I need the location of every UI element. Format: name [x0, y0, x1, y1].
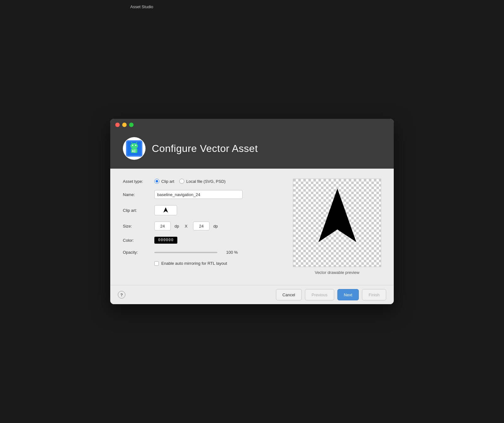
opacity-label: Opacity: [123, 250, 154, 255]
preview-label: Vector drawable preview [315, 270, 359, 275]
size-width-input[interactable] [154, 222, 171, 230]
preview-canvas [293, 179, 381, 267]
size-label: Size: [123, 224, 154, 229]
color-label: Color: [123, 238, 154, 243]
size-controls: dp X dp [154, 222, 218, 230]
navigation-icon [162, 207, 169, 214]
traffic-lights [115, 123, 389, 127]
android-studio-icon: AI [126, 140, 142, 157]
local-file-radio-circle[interactable] [179, 179, 184, 184]
finish-button[interactable]: Finish [362, 289, 386, 300]
local-file-radio-option[interactable]: Local file (SVG, PSD) [179, 179, 226, 184]
color-swatch-button[interactable]: 000000 [154, 237, 177, 244]
name-input[interactable] [154, 190, 243, 199]
size-unit-2: dp [213, 224, 218, 229]
header-icon: AI [123, 137, 146, 160]
svg-text:AI: AI [132, 149, 136, 153]
rtl-checkbox[interactable] [154, 261, 159, 266]
size-separator: X [185, 224, 187, 229]
next-button[interactable]: Next [337, 289, 359, 300]
main-content: Asset type: Clip art Local file (SVG, PS… [110, 169, 394, 285]
maximize-button[interactable] [129, 123, 134, 127]
svg-point-4 [135, 145, 136, 146]
svg-point-2 [130, 143, 138, 149]
svg-point-3 [132, 145, 133, 146]
local-file-label: Local file (SVG, PSD) [186, 179, 226, 184]
asset-type-label: Asset type: [123, 179, 154, 184]
clip-art-radio-option[interactable]: Clip art [154, 179, 174, 184]
rtl-checkbox-label: Enable auto mirroring for RTL layout [161, 261, 227, 266]
preview-section: Vector drawable preview [293, 179, 381, 275]
footer-right: Cancel Previous Next Finish [276, 289, 386, 300]
close-button[interactable] [115, 123, 120, 127]
clip-art-button[interactable] [154, 205, 177, 215]
clip-art-row-label: Clip art: [123, 208, 154, 213]
opacity-value: 100 % [226, 250, 238, 255]
help-button[interactable]: ? [118, 291, 125, 298]
footer: ? Cancel Previous Next Finish [110, 285, 394, 304]
color-row: Color: 000000 [123, 237, 280, 244]
checkerboard-bg [293, 179, 381, 267]
header-title: Configure Vector Asset [152, 143, 258, 154]
size-row: Size: dp X dp [123, 222, 280, 230]
clip-art-radio-circle[interactable] [154, 179, 159, 184]
title-bar: Asset Studio AI [110, 119, 394, 169]
clip-art-row: Clip art: [123, 205, 280, 215]
clip-art-radio-dot [156, 180, 158, 183]
header-content: AI Configure Vector Asset [115, 130, 389, 169]
opacity-slider[interactable] [154, 252, 217, 253]
name-label: Name: [123, 192, 154, 197]
minimize-button[interactable] [122, 123, 127, 127]
form-section: Asset type: Clip art Local file (SVG, PS… [123, 179, 280, 275]
name-row: Name: [123, 190, 280, 199]
main-window: Asset Studio AI [110, 119, 394, 304]
clip-art-label: Clip art [161, 179, 174, 184]
rtl-checkbox-row: Enable auto mirroring for RTL layout [154, 261, 280, 266]
footer-left: ? [118, 291, 125, 298]
cancel-button[interactable]: Cancel [276, 289, 302, 300]
asset-type-row: Asset type: Clip art Local file (SVG, PS… [123, 179, 280, 184]
opacity-row: Opacity: 100 % [123, 250, 280, 255]
asset-type-radio-group: Clip art Local file (SVG, PSD) [154, 179, 226, 184]
size-unit-1: dp [175, 224, 179, 229]
opacity-controls: 100 % [154, 250, 238, 255]
size-height-input[interactable] [193, 222, 209, 230]
previous-button[interactable]: Previous [305, 289, 334, 300]
